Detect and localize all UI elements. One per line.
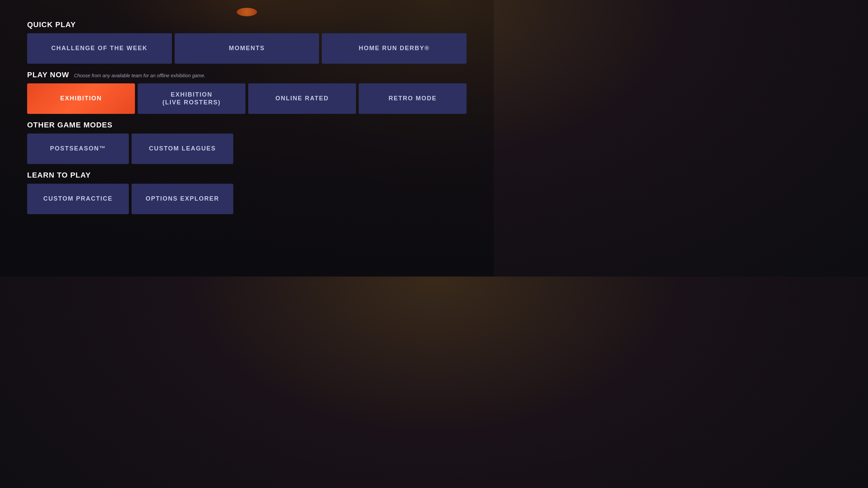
options-explorer-label: OPTIONS EXPLORER <box>143 192 222 205</box>
top-logo <box>27 7 467 17</box>
exhibition-label: EXHIBITION <box>57 92 104 105</box>
retro-mode-tile[interactable]: RETRO MODE <box>359 83 467 114</box>
learn-to-play-title: LEARN TO PLAY <box>27 171 467 180</box>
moments-tile[interactable]: MOMENTS <box>175 33 319 64</box>
play-now-title: PLAY NOW <box>27 70 69 79</box>
play-now-tiles: EXHIBITION EXHIBITION (LIVE ROSTERS) ONL… <box>27 83 467 114</box>
challenge-of-week-tile[interactable]: CHALLENGE OF THE WEEK <box>27 33 172 64</box>
other-game-modes-section: OTHER GAME MODES POSTSEASON™ CUSTOM LEAG… <box>27 121 467 164</box>
other-game-modes-tiles: POSTSEASON™ CUSTOM LEAGUES <box>27 134 467 164</box>
retro-mode-label: RETRO MODE <box>386 92 439 105</box>
exhibition-live-label: EXHIBITION (LIVE ROSTERS) <box>160 88 223 109</box>
quick-play-tiles: CHALLENGE OF THE WEEK MOMENTS HOME RUN D… <box>27 33 467 64</box>
options-explorer-tile[interactable]: OPTIONS EXPLORER <box>132 184 233 214</box>
exhibition-live-tile[interactable]: EXHIBITION (LIVE ROSTERS) <box>138 83 245 114</box>
custom-practice-label: CUSTOM PRACTICE <box>41 192 116 205</box>
postseason-tile[interactable]: POSTSEASON™ <box>27 134 129 164</box>
home-run-derby-label: HOME RUN DERBY® <box>356 42 432 55</box>
learn-to-play-tiles: CUSTOM PRACTICE OPTIONS EXPLORER <box>27 184 467 214</box>
quick-play-title: QUICK PLAY <box>27 20 467 29</box>
home-run-derby-tile[interactable]: HOME RUN DERBY® <box>322 33 467 64</box>
postseason-label: POSTSEASON™ <box>47 142 108 155</box>
play-now-subtitle: Choose from any available team for an of… <box>74 73 205 78</box>
play-now-section: PLAY NOW Choose from any available team … <box>27 70 467 114</box>
other-game-modes-title: OTHER GAME MODES <box>27 121 467 129</box>
exhibition-tile[interactable]: EXHIBITION <box>27 83 135 114</box>
moments-label: MOMENTS <box>226 42 268 55</box>
play-now-header: PLAY NOW Choose from any available team … <box>27 70 467 79</box>
custom-practice-tile[interactable]: CUSTOM PRACTICE <box>27 184 129 214</box>
quick-play-section: QUICK PLAY CHALLENGE OF THE WEEK MOMENTS… <box>27 20 467 64</box>
custom-leagues-tile[interactable]: CUSTOM LEAGUES <box>132 134 233 164</box>
learn-to-play-section: LEARN TO PLAY CUSTOM PRACTICE OPTIONS EX… <box>27 171 467 214</box>
challenge-of-week-label: CHALLENGE OF THE WEEK <box>48 42 150 55</box>
online-rated-tile[interactable]: ONLINE RATED <box>248 83 356 114</box>
online-rated-label: ONLINE RATED <box>273 92 332 105</box>
custom-leagues-label: CUSTOM LEAGUES <box>146 142 219 155</box>
